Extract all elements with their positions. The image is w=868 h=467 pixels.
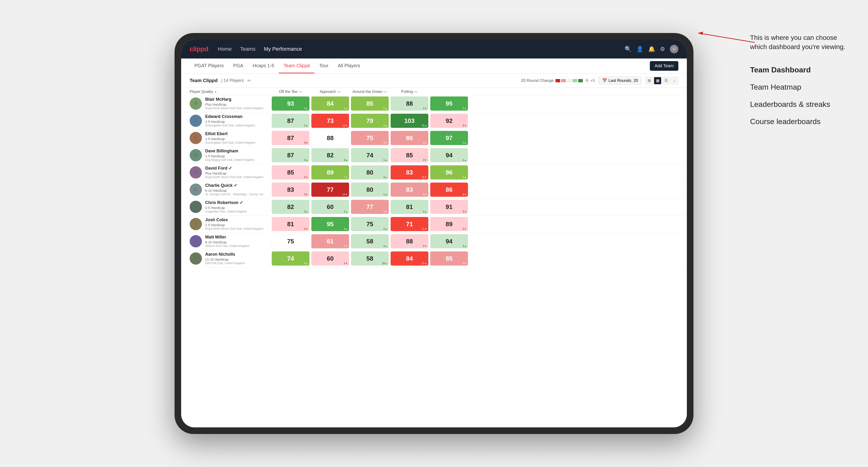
tab-hcaps[interactable]: Hcaps 1-5 bbox=[248, 59, 279, 73]
score-change: 8▲ bbox=[383, 107, 387, 110]
player-handicap: Plus Handicap bbox=[205, 102, 264, 106]
tab-tour[interactable]: Tour bbox=[314, 59, 333, 73]
score-cell: 814▲ bbox=[391, 200, 428, 214]
score-change: 8▲ bbox=[344, 228, 348, 230]
score-change: 1▲ bbox=[304, 124, 308, 127]
score-change: 4▲ bbox=[423, 210, 427, 213]
score-cell: 959▲ bbox=[430, 96, 468, 111]
option-leaderboards[interactable]: Leaderboards & streaks bbox=[750, 100, 849, 109]
score-cell: 75 bbox=[272, 234, 309, 248]
tab-pga[interactable]: PGA bbox=[228, 59, 248, 73]
score-change: 10▲ bbox=[382, 262, 387, 264]
option-team-dashboard[interactable]: Team Dashboard bbox=[750, 66, 849, 74]
nav-my-performance[interactable]: My Performance bbox=[264, 46, 302, 52]
col-player-quality[interactable]: Player Quality ▼ bbox=[190, 90, 270, 94]
app-logo[interactable]: clippd bbox=[190, 45, 208, 53]
option-course-leaderboards[interactable]: Course leaderboards bbox=[750, 117, 849, 126]
score-cell: 923▼ bbox=[430, 114, 468, 128]
score-cell: 881▼ bbox=[391, 96, 428, 111]
player-text: Josh Coles1-5 HandicapRoyal North Devon … bbox=[205, 217, 264, 231]
score-cell: 7311▼ bbox=[311, 114, 349, 128]
score-change: 3▲ bbox=[304, 210, 308, 213]
edit-icon[interactable]: ✏ bbox=[247, 78, 251, 83]
col-around-green[interactable]: Around the Green — bbox=[351, 90, 389, 94]
last-rounds-icon: 📅 bbox=[602, 78, 607, 83]
heatmap-view-button[interactable]: ▦ bbox=[654, 77, 661, 85]
score-cell: 799▲ bbox=[351, 114, 389, 128]
bell-icon[interactable]: 🔔 bbox=[648, 46, 655, 52]
table-row[interactable]: BBlair McHargPlus HandicapRoyal North De… bbox=[181, 95, 687, 112]
add-team-button[interactable]: Add Team bbox=[650, 61, 678, 71]
avatar: E bbox=[190, 115, 202, 127]
score-change: 4▼ bbox=[463, 262, 467, 264]
svg-line-0 bbox=[698, 33, 755, 42]
search-icon[interactable]: 🔍 bbox=[625, 46, 632, 52]
player-text: Elliot Ebert1-5 HandicapSunningdale Golf… bbox=[205, 131, 255, 145]
score-change: 6▲ bbox=[344, 107, 348, 110]
score-cell: 7714▼ bbox=[311, 183, 349, 197]
table-row[interactable]: JJosh Coles1-5 HandicapRoyal North Devon… bbox=[181, 216, 687, 233]
player-info: CChris Robertson ✓1-5 HandicapCraigmilla… bbox=[190, 200, 270, 214]
user-icon[interactable]: 👤 bbox=[637, 46, 644, 52]
score-cell: 836▼ bbox=[391, 183, 428, 197]
avatar: M bbox=[190, 235, 202, 247]
score-value: 88 bbox=[406, 100, 413, 107]
score-value: 71 bbox=[406, 220, 413, 228]
score-cell: 975▲ bbox=[430, 131, 468, 145]
score-value: 96 bbox=[446, 169, 453, 176]
last-rounds-button[interactable]: 📅 Last Rounds: 20 bbox=[599, 76, 642, 85]
score-change: 11▼ bbox=[342, 124, 348, 127]
player-text: Matt Miller6-10 HandicapWoburn Golf Club… bbox=[205, 235, 249, 248]
score-change: 3▼ bbox=[304, 228, 308, 230]
grid-view-button[interactable]: ⊞ bbox=[645, 77, 653, 85]
table-row[interactable]: DDavid Ford ✓Plus HandicapRoyal North De… bbox=[181, 164, 687, 181]
score-cell: 871▲ bbox=[272, 114, 309, 128]
nav-home[interactable]: Home bbox=[218, 46, 231, 52]
list-view-button[interactable]: ☰ bbox=[662, 77, 670, 85]
bar-pos bbox=[578, 79, 583, 82]
tab-all-players[interactable]: All Players bbox=[333, 59, 365, 73]
table-row[interactable]: MMatt Miller6-10 HandicapWoburn Golf Clu… bbox=[181, 233, 687, 250]
score-value: 81 bbox=[287, 220, 294, 228]
download-button[interactable]: ↓ bbox=[671, 77, 678, 85]
score-value: 75 bbox=[367, 220, 373, 228]
col-putting[interactable]: Putting — bbox=[391, 90, 428, 94]
score-cell: 5810▲ bbox=[351, 251, 389, 266]
score-change: 6▼ bbox=[423, 193, 427, 196]
score-change: 1▼ bbox=[344, 262, 348, 264]
score-cell: 824▲ bbox=[311, 148, 349, 162]
score-change: 4▲ bbox=[383, 245, 387, 247]
score-value: 95 bbox=[327, 220, 334, 228]
score-value: 97 bbox=[446, 134, 453, 142]
score-value: 82 bbox=[327, 152, 334, 159]
player-club: Drift Golf Club, United Kingdom bbox=[205, 261, 245, 266]
score-cell: 853▼ bbox=[272, 165, 309, 180]
col-approach[interactable]: Approach — bbox=[311, 90, 349, 94]
player-handicap: 6-10 Handicap bbox=[205, 188, 266, 193]
table-row[interactable]: CChris Robertson ✓1-5 HandicapCraigmilla… bbox=[181, 198, 687, 216]
score-cell: 601▼ bbox=[311, 251, 349, 266]
tab-team-clippd[interactable]: Team Clippd bbox=[279, 59, 314, 73]
settings-icon[interactable]: ⚙ bbox=[660, 46, 665, 52]
score-value: 74 bbox=[367, 152, 373, 159]
option-team-heatmap[interactable]: Team Heatmap bbox=[750, 83, 849, 92]
table-row[interactable]: EEdward Crossman1-5 HandicapSunningdale … bbox=[181, 112, 687, 129]
score-change: 3▼ bbox=[423, 159, 427, 161]
bar-neg-light bbox=[561, 79, 566, 82]
table-row[interactable]: AAaron Nicholls11-15 HandicapDrift Golf … bbox=[181, 250, 687, 267]
col-off-tee[interactable]: Off the Tee — bbox=[272, 90, 309, 94]
table-row[interactable]: CCharlie Quick ✓6-10 HandicapSt. George'… bbox=[181, 181, 687, 198]
score-cell: 958▲ bbox=[311, 217, 349, 231]
score-value: 84 bbox=[327, 100, 334, 107]
nav-teams[interactable]: Teams bbox=[240, 46, 255, 52]
score-value: 84 bbox=[406, 255, 413, 262]
table-row[interactable]: EElliot Ebert1-5 HandicapSunningdale Gol… bbox=[181, 129, 687, 147]
table-row[interactable]: DDave Billingham1-5 HandicapGog Magog Go… bbox=[181, 147, 687, 164]
avatar: D bbox=[190, 149, 202, 161]
score-change: 4▲ bbox=[344, 159, 348, 161]
score-cell: 882▼ bbox=[391, 234, 428, 248]
annotation-callout: This is where you can choose which dashb… bbox=[750, 33, 849, 52]
avatar[interactable]: U bbox=[670, 45, 678, 53]
score-cell: 943▲ bbox=[430, 234, 468, 248]
tab-pgat-players[interactable]: PGAT Players bbox=[190, 59, 228, 73]
